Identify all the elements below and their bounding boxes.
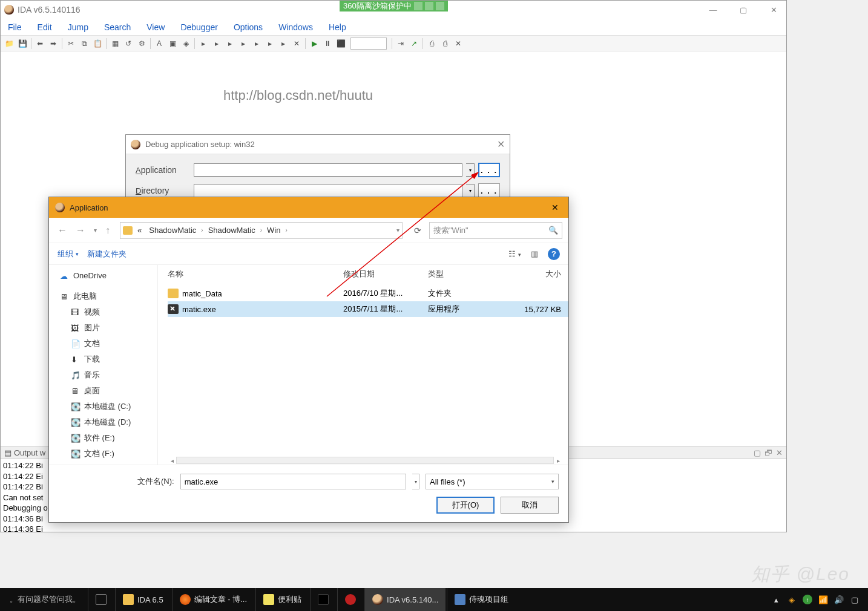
- panel-close-icon[interactable]: ✕: [776, 448, 783, 457]
- menu-options[interactable]: Options: [230, 21, 266, 33]
- menu-search[interactable]: Search: [100, 21, 134, 33]
- tb-open-icon[interactable]: 📁: [3, 38, 15, 50]
- tb-pause-icon[interactable]: ⏸: [321, 38, 334, 50]
- tray-up-icon[interactable]: ▴: [771, 595, 781, 604]
- tray-volume-icon[interactable]: 🔊: [834, 595, 844, 604]
- tb-tool-icon[interactable]: ⚙: [136, 38, 148, 50]
- nav-back-icon[interactable]: ←: [55, 225, 70, 236]
- tb-tool-icon[interactable]: ▸: [277, 38, 289, 50]
- tb-run-icon[interactable]: ▶: [308, 38, 320, 50]
- sandbox-btn-3[interactable]: [436, 2, 444, 10]
- taskbar-item[interactable]: [310, 588, 336, 611]
- filename-input[interactable]: matic.exe: [180, 474, 406, 489]
- col-name[interactable]: 名称: [168, 269, 343, 279]
- sidebar-item-desktop[interactable]: 🖥桌面: [51, 383, 155, 399]
- application-dropdown-icon[interactable]: ▾: [466, 163, 475, 177]
- filename-dropdown-icon[interactable]: ▾: [412, 474, 419, 489]
- file-row[interactable]: matic_Data 2016/7/10 星期... 文件夹: [168, 286, 568, 301]
- directory-dropdown-icon[interactable]: ▾: [466, 184, 475, 197]
- new-folder-button[interactable]: 新建文件夹: [87, 249, 127, 260]
- sidebar-item-disk-f[interactable]: 💽文档 (F:): [51, 446, 155, 462]
- tb-tool-icon[interactable]: ⎙: [426, 38, 438, 50]
- menu-file[interactable]: File: [4, 21, 25, 33]
- file-row[interactable]: matic.exe 2015/7/11 星期... 应用程序 15,727 KB: [168, 301, 568, 317]
- taskbar-item[interactable]: 侍魂项目组: [447, 588, 516, 611]
- menu-view[interactable]: View: [143, 21, 168, 33]
- bc-segment[interactable]: ShadowMatic: [206, 226, 258, 235]
- tb-tool-icon[interactable]: ▦: [109, 38, 121, 50]
- directory-input[interactable]: [194, 184, 462, 197]
- cortana-hint[interactable]: 。有问题尽管问我。: [4, 594, 87, 605]
- view-mode-icon[interactable]: ☷ ▾: [508, 249, 521, 258]
- sidebar-item-thispc[interactable]: 🖥此电脑: [51, 289, 155, 304]
- tb-debugger-dropdown[interactable]: [350, 38, 387, 50]
- menu-debugger[interactable]: Debugger: [177, 21, 222, 33]
- open-button[interactable]: 打开(O): [436, 497, 495, 514]
- tb-tool-icon[interactable]: ▸: [197, 38, 209, 50]
- maximize-button[interactable]: ▢: [734, 5, 752, 15]
- tb-back-icon[interactable]: ⬅: [34, 38, 46, 50]
- bc-segment[interactable]: ShadowMatic: [146, 226, 199, 235]
- minimize-button[interactable]: —: [704, 5, 722, 15]
- organize-button[interactable]: 组织 ▾: [58, 249, 79, 260]
- sidebar-item-downloads[interactable]: ⬇下载: [51, 351, 155, 367]
- tb-tool-icon[interactable]: ↗: [408, 38, 420, 50]
- tb-save-icon[interactable]: 💾: [16, 38, 28, 50]
- tb-tool-icon[interactable]: ▸: [251, 38, 263, 50]
- sandbox-btn-2[interactable]: [425, 2, 433, 10]
- tb-tool-icon[interactable]: ▸: [237, 38, 249, 50]
- taskbar-item[interactable]: 便利贴: [255, 588, 309, 611]
- col-date[interactable]: 修改日期: [343, 269, 428, 279]
- close-icon[interactable]: ✕: [548, 200, 562, 215]
- taskview-button[interactable]: [88, 588, 114, 611]
- tb-cut-icon[interactable]: ✂: [65, 38, 77, 50]
- sidebar-item-music[interactable]: 🎵音乐: [51, 367, 155, 383]
- application-input[interactable]: [194, 163, 462, 177]
- taskbar-item[interactable]: IDA 6.5: [115, 588, 171, 611]
- tb-tool-icon[interactable]: ↺: [122, 38, 134, 50]
- tray-shield-icon[interactable]: ◈: [787, 595, 797, 604]
- tb-stop-icon[interactable]: ⬛: [335, 38, 347, 50]
- sidebar-item-video[interactable]: 🎞视频: [51, 304, 155, 320]
- search-input[interactable]: 搜索"Win" 🔍: [429, 222, 562, 239]
- col-size[interactable]: 大小: [507, 269, 561, 279]
- tray-wifi-icon[interactable]: 📶: [818, 595, 828, 604]
- bc-segment[interactable]: Win: [265, 226, 283, 235]
- menu-windows[interactable]: Windows: [275, 21, 317, 33]
- cancel-button[interactable]: 取消: [501, 497, 559, 514]
- sandbox-btn-1[interactable]: [414, 2, 422, 10]
- sidebar-item-documents[interactable]: 📄文档: [51, 336, 155, 351]
- nav-up-icon[interactable]: ↑: [103, 225, 113, 236]
- tb-paste-icon[interactable]: 📋: [91, 38, 104, 50]
- tb-fwd-icon[interactable]: ➡: [47, 38, 59, 50]
- sidebar-item-disk-e[interactable]: 💽软件 (E:): [51, 430, 155, 446]
- bc-lead[interactable]: «: [135, 226, 144, 235]
- sidebar-item-disk-c[interactable]: 💽本地磁盘 (C:): [51, 399, 155, 414]
- tray-360-icon[interactable]: ↑: [803, 595, 812, 604]
- tb-tool-icon[interactable]: ◈: [180, 38, 192, 50]
- chevron-down-icon[interactable]: ▾: [396, 227, 399, 234]
- menu-jump[interactable]: Jump: [64, 21, 92, 33]
- tb-tool-icon[interactable]: ▸: [211, 38, 223, 50]
- tb-tool-icon[interactable]: ⇥: [395, 38, 407, 50]
- tb-copy-icon[interactable]: ⧉: [78, 38, 90, 50]
- breadcrumb[interactable]: « ShadowMatic › ShadowMatic › Win › ▾: [120, 222, 403, 239]
- filter-dropdown[interactable]: All files (*)▾: [426, 474, 559, 489]
- application-browse-button[interactable]: . . .: [478, 163, 500, 177]
- taskbar-item[interactable]: 编辑文章 - 博...: [172, 588, 254, 611]
- nav-fwd-icon[interactable]: →: [73, 225, 88, 236]
- tb-tool-icon[interactable]: A: [153, 38, 165, 50]
- preview-pane-icon[interactable]: ▥: [531, 249, 538, 258]
- sidebar-item-pictures[interactable]: 🖼图片: [51, 320, 155, 336]
- col-type[interactable]: 类型: [428, 269, 507, 279]
- scroll-left-icon[interactable]: ◂: [168, 456, 176, 465]
- close-icon[interactable]: ✕: [497, 139, 505, 150]
- directory-browse-button[interactable]: . . .: [478, 183, 500, 198]
- tray-notification-icon[interactable]: ▢: [850, 595, 860, 604]
- horizontal-scrollbar[interactable]: ◂ ▸: [168, 456, 562, 465]
- taskbar-item[interactable]: IDA v6.5.140...: [364, 588, 446, 611]
- panel-min-icon[interactable]: ▢: [754, 448, 761, 457]
- tb-tool-icon[interactable]: ▣: [166, 38, 179, 50]
- close-button[interactable]: ✕: [764, 5, 783, 15]
- scroll-right-icon[interactable]: ▸: [554, 456, 562, 465]
